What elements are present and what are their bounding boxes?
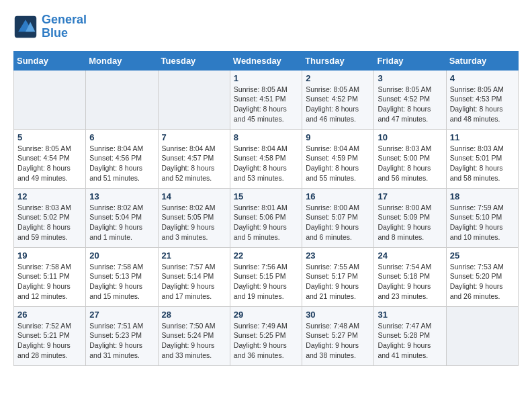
day-info-3: Sunrise: 8:05 AM Sunset: 4:52 PM Dayligh… [378, 85, 442, 124]
day-number-6: 6 [89, 132, 154, 142]
day-info-5: Sunrise: 8:05 AM Sunset: 4:54 PM Dayligh… [17, 144, 82, 183]
calendar-day-6: 6Sunrise: 8:04 AM Sunset: 4:56 PM Daylig… [86, 129, 158, 188]
day-number-4: 4 [450, 73, 515, 83]
logo-icon [13, 15, 38, 39]
weekday-header-row: SundayMondayTuesdayWednesdayThursdayFrid… [14, 51, 519, 70]
calendar-day-8: 8Sunrise: 8:04 AM Sunset: 4:58 PM Daylig… [230, 129, 302, 188]
weekday-header-monday: Monday [86, 51, 158, 70]
calendar-day-20: 20Sunrise: 7:58 AM Sunset: 5:13 PM Dayli… [86, 247, 158, 306]
calendar-day-16: 16Sunrise: 8:00 AM Sunset: 5:07 PM Dayli… [302, 188, 374, 247]
day-info-7: Sunrise: 8:04 AM Sunset: 4:57 PM Dayligh… [162, 144, 226, 183]
day-info-16: Sunrise: 8:00 AM Sunset: 5:07 PM Dayligh… [306, 203, 370, 242]
calendar-day-21: 21Sunrise: 7:57 AM Sunset: 5:14 PM Dayli… [158, 247, 230, 306]
calendar-day-31: 31Sunrise: 7:47 AM Sunset: 5:28 PM Dayli… [374, 306, 446, 365]
logo: GeneralBlue [13, 13, 87, 40]
calendar-day-11: 11Sunrise: 8:03 AM Sunset: 5:01 PM Dayli… [446, 129, 518, 188]
day-number-15: 15 [234, 191, 298, 201]
day-number-14: 14 [162, 191, 226, 201]
calendar-day-14: 14Sunrise: 8:02 AM Sunset: 5:05 PM Dayli… [158, 188, 230, 247]
weekday-header-saturday: Saturday [446, 51, 518, 70]
day-number-3: 3 [378, 73, 442, 83]
calendar-header: SundayMondayTuesdayWednesdayThursdayFrid… [14, 51, 519, 70]
calendar-week-4: 19Sunrise: 7:58 AM Sunset: 5:11 PM Dayli… [14, 247, 519, 306]
calendar-day-7: 7Sunrise: 8:04 AM Sunset: 4:57 PM Daylig… [158, 129, 230, 188]
calendar-day-22: 22Sunrise: 7:56 AM Sunset: 5:15 PM Dayli… [230, 247, 302, 306]
day-info-15: Sunrise: 8:01 AM Sunset: 5:06 PM Dayligh… [234, 203, 298, 242]
calendar-day-4: 4Sunrise: 8:05 AM Sunset: 4:53 PM Daylig… [446, 70, 518, 129]
weekday-header-friday: Friday [374, 51, 446, 70]
calendar-day-30: 30Sunrise: 7:48 AM Sunset: 5:27 PM Dayli… [302, 306, 374, 365]
day-number-12: 12 [17, 191, 82, 201]
calendar-day-15: 15Sunrise: 8:01 AM Sunset: 5:06 PM Dayli… [230, 188, 302, 247]
calendar-body: 1Sunrise: 8:05 AM Sunset: 4:51 PM Daylig… [14, 70, 519, 365]
day-number-2: 2 [306, 73, 370, 83]
day-info-23: Sunrise: 7:55 AM Sunset: 5:17 PM Dayligh… [306, 262, 370, 302]
calendar-day-25: 25Sunrise: 7:53 AM Sunset: 5:20 PM Dayli… [446, 247, 518, 306]
day-info-10: Sunrise: 8:03 AM Sunset: 5:00 PM Dayligh… [378, 144, 442, 183]
day-number-5: 5 [17, 132, 82, 142]
day-info-28: Sunrise: 7:50 AM Sunset: 5:24 PM Dayligh… [162, 321, 226, 361]
day-number-26: 26 [17, 310, 82, 320]
day-info-4: Sunrise: 8:05 AM Sunset: 4:53 PM Dayligh… [450, 85, 515, 124]
calendar-day-24: 24Sunrise: 7:54 AM Sunset: 5:18 PM Dayli… [374, 247, 446, 306]
day-info-2: Sunrise: 8:05 AM Sunset: 4:52 PM Dayligh… [306, 85, 370, 124]
calendar-day-5: 5Sunrise: 8:05 AM Sunset: 4:54 PM Daylig… [14, 129, 86, 188]
calendar-empty-cell [158, 70, 230, 129]
day-number-11: 11 [450, 132, 515, 142]
calendar-day-9: 9Sunrise: 8:04 AM Sunset: 4:59 PM Daylig… [302, 129, 374, 188]
day-info-6: Sunrise: 8:04 AM Sunset: 4:56 PM Dayligh… [89, 144, 154, 183]
day-number-17: 17 [378, 191, 442, 201]
day-info-25: Sunrise: 7:53 AM Sunset: 5:20 PM Dayligh… [450, 262, 515, 302]
calendar-day-17: 17Sunrise: 8:00 AM Sunset: 5:09 PM Dayli… [374, 188, 446, 247]
day-info-24: Sunrise: 7:54 AM Sunset: 5:18 PM Dayligh… [378, 262, 442, 302]
day-number-27: 27 [89, 310, 154, 320]
weekday-header-sunday: Sunday [14, 51, 86, 70]
day-info-18: Sunrise: 7:59 AM Sunset: 5:10 PM Dayligh… [450, 203, 515, 242]
day-number-19: 19 [17, 250, 82, 261]
weekday-header-thursday: Thursday [302, 51, 374, 70]
calendar-day-2: 2Sunrise: 8:05 AM Sunset: 4:52 PM Daylig… [302, 70, 374, 129]
day-info-30: Sunrise: 7:48 AM Sunset: 5:27 PM Dayligh… [306, 321, 370, 361]
calendar-day-13: 13Sunrise: 8:02 AM Sunset: 5:04 PM Dayli… [86, 188, 158, 247]
calendar-empty-cell [86, 70, 158, 129]
day-info-26: Sunrise: 7:52 AM Sunset: 5:21 PM Dayligh… [17, 321, 82, 361]
day-number-30: 30 [306, 310, 370, 320]
day-number-20: 20 [89, 250, 154, 261]
day-info-8: Sunrise: 8:04 AM Sunset: 4:58 PM Dayligh… [234, 144, 298, 183]
day-info-22: Sunrise: 7:56 AM Sunset: 5:15 PM Dayligh… [234, 262, 298, 302]
day-info-20: Sunrise: 7:58 AM Sunset: 5:13 PM Dayligh… [89, 262, 154, 302]
calendar-day-3: 3Sunrise: 8:05 AM Sunset: 4:52 PM Daylig… [374, 70, 446, 129]
calendar-day-26: 26Sunrise: 7:52 AM Sunset: 5:21 PM Dayli… [14, 306, 86, 365]
day-number-24: 24 [378, 250, 442, 261]
calendar-day-18: 18Sunrise: 7:59 AM Sunset: 5:10 PM Dayli… [446, 188, 518, 247]
calendar-day-1: 1Sunrise: 8:05 AM Sunset: 4:51 PM Daylig… [230, 70, 302, 129]
calendar-day-29: 29Sunrise: 7:49 AM Sunset: 5:25 PM Dayli… [230, 306, 302, 365]
day-info-9: Sunrise: 8:04 AM Sunset: 4:59 PM Dayligh… [306, 144, 370, 183]
day-info-11: Sunrise: 8:03 AM Sunset: 5:01 PM Dayligh… [450, 144, 515, 183]
calendar-week-3: 12Sunrise: 8:03 AM Sunset: 5:02 PM Dayli… [14, 188, 519, 247]
day-number-22: 22 [234, 250, 298, 261]
calendar-day-27: 27Sunrise: 7:51 AM Sunset: 5:23 PM Dayli… [86, 306, 158, 365]
calendar-table: SundayMondayTuesdayWednesdayThursdayFrid… [13, 51, 519, 366]
day-number-29: 29 [234, 310, 298, 320]
day-number-28: 28 [162, 310, 226, 320]
day-number-23: 23 [306, 250, 370, 261]
day-info-17: Sunrise: 8:00 AM Sunset: 5:09 PM Dayligh… [378, 203, 442, 242]
calendar-day-23: 23Sunrise: 7:55 AM Sunset: 5:17 PM Dayli… [302, 247, 374, 306]
calendar-empty-cell [446, 306, 518, 365]
page-header: GeneralBlue [13, 13, 519, 40]
calendar-day-10: 10Sunrise: 8:03 AM Sunset: 5:00 PM Dayli… [374, 129, 446, 188]
logo-text: GeneralBlue [42, 13, 87, 40]
day-info-14: Sunrise: 8:02 AM Sunset: 5:05 PM Dayligh… [162, 203, 226, 242]
calendar-week-1: 1Sunrise: 8:05 AM Sunset: 4:51 PM Daylig… [14, 70, 519, 129]
day-number-18: 18 [450, 191, 515, 201]
day-number-25: 25 [450, 250, 515, 261]
day-number-8: 8 [234, 132, 298, 142]
day-info-1: Sunrise: 8:05 AM Sunset: 4:51 PM Dayligh… [234, 85, 298, 124]
day-info-19: Sunrise: 7:58 AM Sunset: 5:11 PM Dayligh… [17, 262, 82, 302]
day-info-31: Sunrise: 7:47 AM Sunset: 5:28 PM Dayligh… [378, 321, 442, 361]
calendar-week-2: 5Sunrise: 8:05 AM Sunset: 4:54 PM Daylig… [14, 129, 519, 188]
day-number-16: 16 [306, 191, 370, 201]
calendar-week-5: 26Sunrise: 7:52 AM Sunset: 5:21 PM Dayli… [14, 306, 519, 365]
day-number-31: 31 [378, 310, 442, 320]
